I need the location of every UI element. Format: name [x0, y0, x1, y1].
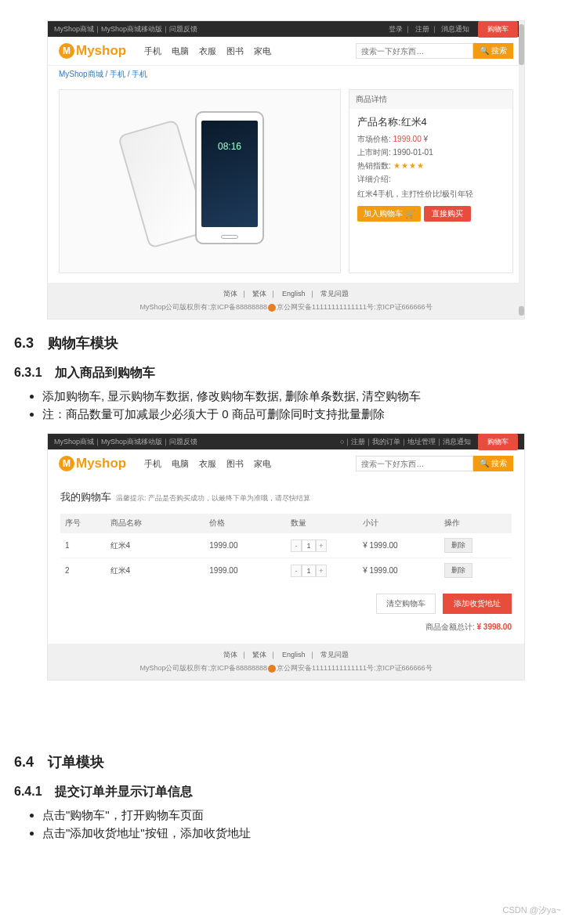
search-input[interactable]	[356, 43, 473, 59]
nav-phone[interactable]: 手机	[144, 46, 161, 56]
topbar-links[interactable]: MyShop商城｜MyShop商城移动版｜问题反馈	[54, 437, 197, 447]
qty-value[interactable]: 1	[302, 540, 316, 552]
logo-icon: M	[59, 43, 74, 59]
search-bar: 🔍 搜索	[356, 43, 513, 59]
nav-clothes[interactable]: 衣服	[199, 459, 216, 468]
table-row: 2 红米4 1999.00 -1+ ¥ 1999.00 删除	[60, 558, 512, 583]
plus-button[interactable]: +	[316, 565, 327, 577]
qty-value[interactable]: 1	[302, 565, 316, 577]
plus-button[interactable]: +	[316, 540, 327, 552]
search-bar: 🔍 搜索	[356, 456, 513, 471]
nav-clothes[interactable]: 衣服	[199, 46, 216, 56]
add-to-cart-button[interactable]: 加入购物车🛒	[357, 206, 421, 222]
clear-cart-button[interactable]: 清空购物车	[376, 594, 436, 614]
cart-screenshot: MyShop商城｜MyShop商城移动版｜问题反馈 ○｜注册｜我的订单｜地址管理…	[47, 433, 525, 680]
register-link[interactable]: 注册	[415, 25, 429, 33]
lang-en[interactable]: English	[282, 290, 306, 298]
delete-button[interactable]: 删除	[444, 563, 472, 578]
cart-subtitle: 温馨提示: 产品是否购买成功，以最终下单为准哦，请尽快结算	[116, 493, 310, 504]
search-button[interactable]: 🔍 搜索	[473, 43, 513, 59]
lang-sc[interactable]: 简体	[223, 290, 237, 298]
heading-6-3-1: 6.3.1 加入商品到购物车	[14, 365, 558, 381]
lang-sc[interactable]: 简体	[223, 651, 237, 659]
product-image: 08:16	[59, 89, 341, 273]
crumb-cat[interactable]: 手机	[110, 70, 125, 78]
main-nav: 手机 电脑 衣服 图书 家电	[140, 458, 275, 470]
cart-icon: 🛒	[405, 210, 415, 218]
search-icon: 🔍	[480, 459, 489, 467]
total-price: ¥ 3998.00	[477, 623, 512, 631]
heading-6-3: 6.3 购物车模块	[14, 334, 558, 352]
footer: 简体｜ 繁体｜ English｜ 常见问题 MyShop公司版权所有:京ICP备…	[48, 283, 524, 319]
buy-now-button[interactable]: 直接购买	[424, 206, 471, 222]
heading-6-4: 6.4 订单模块	[14, 753, 558, 771]
product-info: 商品详情 产品名称:红米4 市场价格: 1999.00 ¥ 上市时间: 1990…	[349, 89, 513, 273]
info-header: 商品详情	[349, 90, 512, 109]
header: M Myshop 手机 电脑 衣服 图书 家电 🔍 搜索	[48, 37, 524, 65]
topbar-cart-button[interactable]: 购物车	[478, 434, 518, 450]
delete-button[interactable]: 删除	[444, 538, 472, 553]
heading-6-4-1: 6.4.1 提交订单并显示订单信息	[14, 784, 558, 800]
rating-stars: ★★★★	[393, 161, 425, 170]
nav-pc[interactable]: 电脑	[172, 459, 189, 468]
market-price: 1999.00	[393, 135, 422, 143]
list-item: 点击"购物车"，打开购物车页面	[42, 808, 558, 823]
topbar-right: ○｜注册｜我的订单｜地址管理｜消息通知 购物车	[340, 434, 518, 450]
logo-icon: M	[59, 456, 74, 471]
phone-time: 08:16	[218, 141, 241, 152]
list-item: 添加购物车, 显示购物车数据, 修改购物车数据, 删除单条数据, 清空购物车	[42, 389, 558, 404]
footer: 简体｜ 繁体｜ English｜ 常见问题 MyShop公司版权所有:京ICP备…	[48, 644, 524, 680]
cart-table: 序号 商品名称 价格 数量 小计 操作 1 红米4 1999.00 -1+ ¥ …	[60, 514, 512, 583]
lang-en[interactable]: English	[282, 651, 306, 659]
topbar-links[interactable]: MyShop商城｜MyShop商城移动版｜问题反馈	[54, 24, 197, 34]
cart-title: 我的购物车	[60, 490, 111, 504]
quantity-stepper[interactable]: -1+	[291, 565, 353, 577]
product-desc: 红米4手机，主打性价比!极引年轻	[357, 189, 505, 200]
cart-total: 商品金额总计: ¥ 3998.00	[60, 622, 512, 633]
logo[interactable]: M Myshop	[59, 456, 126, 471]
lang-tc[interactable]: 繁体	[252, 651, 266, 659]
crumb-home[interactable]: MyShop商城	[59, 70, 103, 78]
nav-phone[interactable]: 手机	[144, 459, 161, 468]
notify-link[interactable]: 消息通知	[441, 25, 469, 33]
login-link[interactable]: 登录	[389, 25, 403, 33]
main-nav: 手机 电脑 衣服 图书 家电	[140, 45, 275, 57]
product-name: 产品名称:红米4	[357, 115, 505, 129]
search-input[interactable]	[356, 456, 473, 471]
nav-books[interactable]: 图书	[226, 459, 244, 468]
table-row: 1 红米4 1999.00 -1+ ¥ 1999.00 删除	[60, 533, 512, 558]
lang-tc[interactable]: 繁体	[252, 290, 266, 298]
logo-text: Myshop	[76, 456, 126, 471]
topbar-right: 登录｜ 注册｜ 消息通知 购物车	[387, 21, 518, 38]
topbar: MyShop商城｜MyShop商城移动版｜问题反馈 ○｜注册｜我的订单｜地址管理…	[48, 434, 524, 449]
nav-appliance[interactable]: 家电	[254, 46, 271, 56]
nav-pc[interactable]: 电脑	[172, 46, 189, 56]
product-detail: 08:16 商品详情 产品名称:红米4 市场价格: 1999.00 ¥ 上市时间…	[48, 83, 524, 283]
bullet-list-2: 点击"购物车"，打开购物车页面 点击"添加收货地址"按钮，添加收货地址	[42, 808, 558, 841]
quantity-stepper[interactable]: -1+	[291, 540, 353, 552]
header: M Myshop 手机 电脑 衣服 图书 家电 🔍 搜索	[48, 449, 524, 478]
nav-books[interactable]: 图书	[226, 46, 244, 56]
breadcrumb: MyShop商城 / 手机 / 手机	[48, 65, 524, 83]
topbar: MyShop商城｜MyShop商城移动版｜问题反馈 登录｜ 注册｜ 消息通知 购…	[48, 21, 524, 37]
minus-button[interactable]: -	[291, 540, 302, 552]
crumb-current: 手机	[132, 70, 147, 78]
release-date: 1990-01-01	[393, 148, 433, 157]
nav-appliance[interactable]: 家电	[254, 459, 271, 468]
phone-front-icon: 08:16	[195, 111, 264, 244]
topbar-cart-button[interactable]: 购物车	[478, 21, 518, 38]
search-button[interactable]: 🔍 搜索	[473, 456, 513, 471]
table-header-row: 序号 商品名称 价格 数量 小计 操作	[60, 514, 512, 533]
bullet-list-1: 添加购物车, 显示购物车数据, 修改购物车数据, 删除单条数据, 清空购物车 注…	[42, 389, 558, 422]
logo[interactable]: M Myshop	[59, 43, 126, 59]
minus-button[interactable]: -	[291, 565, 302, 577]
search-icon: 🔍	[480, 46, 489, 55]
product-detail-screenshot: MyShop商城｜MyShop商城移动版｜问题反馈 登录｜ 注册｜ 消息通知 购…	[47, 20, 525, 319]
faq-link[interactable]: 常见问题	[320, 651, 349, 659]
scrollbar[interactable]	[519, 21, 524, 319]
faq-link[interactable]: 常见问题	[320, 290, 349, 298]
cart-panel: 我的购物车 温馨提示: 产品是否购买成功，以最终下单为准哦，请尽快结算 序号 商…	[48, 478, 524, 644]
list-item: 点击"添加收货地址"按钮，添加收货地址	[42, 826, 558, 841]
add-address-button[interactable]: 添加收货地址	[443, 594, 512, 614]
logo-text: Myshop	[76, 43, 126, 59]
